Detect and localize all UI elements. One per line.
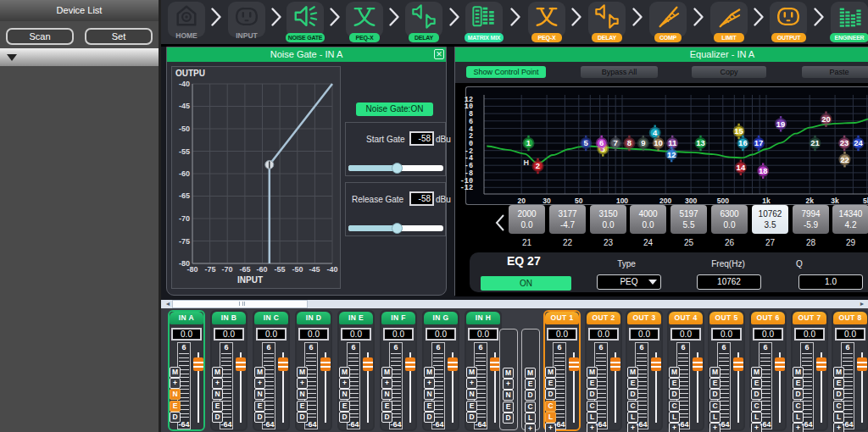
svg-text:300: 300: [685, 197, 697, 205]
svg-text:3k: 3k: [831, 197, 839, 205]
svg-text:20: 20: [517, 197, 526, 205]
svg-text:-12: -12: [460, 184, 473, 192]
svg-text:5k: 5k: [863, 197, 868, 205]
svg-text:2k: 2k: [805, 197, 814, 205]
svg-text:500: 500: [717, 197, 729, 205]
svg-text:30: 30: [542, 197, 551, 205]
svg-text:50: 50: [575, 197, 583, 205]
svg-text:200: 200: [659, 197, 671, 205]
svg-text:100: 100: [616, 197, 628, 205]
svg-text:1k: 1k: [762, 197, 771, 205]
